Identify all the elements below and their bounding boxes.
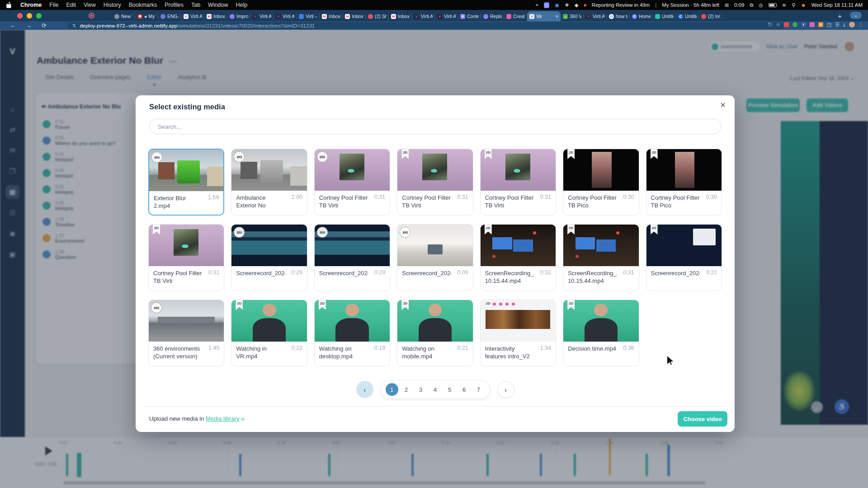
menubar-item-profiles[interactable]: Profiles — [165, 2, 184, 8]
browser-tab[interactable]: Create — [504, 11, 527, 21]
browser-tab-active[interactable]: VVir× — [527, 11, 561, 21]
media-tile[interactable]: 2DScreenRecording_2024 10.15.44.mp40:31 — [563, 224, 639, 291]
menubar-item-history[interactable]: History — [104, 2, 121, 8]
tab-overview-chevron[interactable]: ⌄ — [850, 12, 862, 19]
pagination-next-button[interactable]: › — [497, 381, 514, 398]
media-tile[interactable]: 2DWatching in VR.mp40:22 — [231, 300, 307, 366]
pagination-prev-button[interactable]: ‹ — [356, 381, 373, 398]
extension-icon[interactable]: f — [801, 22, 806, 27]
browser-tab[interactable]: ▲360 Vi — [561, 11, 584, 21]
record-status-icon[interactable]: ◎ — [759, 2, 763, 8]
browser-tab[interactable]: Ghow to — [607, 11, 630, 21]
zoom-app-icon[interactable]: ◉ — [555, 2, 559, 8]
menubar-item-window[interactable]: Window — [208, 2, 228, 8]
forward-button[interactable]: → — [26, 22, 32, 29]
extension-icon[interactable] — [784, 22, 789, 27]
apple-menu-icon[interactable] — [6, 2, 12, 8]
pagination-page-3[interactable]: 3 — [415, 383, 427, 396]
browser-tab[interactable]: MInbox ( — [204, 11, 227, 21]
browser-tab[interactable]: ✕Conten — [458, 11, 481, 21]
recording-indicator-icon[interactable] — [89, 13, 94, 19]
media-tile[interactable]: 2DCortney Pool Filter TB Virti Player.mp… — [480, 149, 556, 216]
media-tile[interactable]: 2DDecision time.mp40:36 — [563, 300, 639, 366]
media-tile[interactable]: 360Ambulance Exterior No Blur.mp42:00 — [231, 149, 307, 216]
stack-icon[interactable]: ❖ — [565, 2, 569, 8]
browser-tab[interactable]: (2) Sha — [366, 11, 389, 21]
extension-icon[interactable] — [793, 22, 797, 27]
search-input[interactable] — [149, 119, 721, 134]
close-window-button[interactable] — [17, 13, 23, 19]
menubar-item-view[interactable]: View — [84, 2, 96, 8]
browser-tab[interactable]: VVirti Ad — [435, 11, 458, 21]
copy-icon[interactable]: ⧉ — [750, 2, 754, 8]
menubar-item-edit[interactable]: Edit — [66, 2, 76, 8]
user-switcher-icon[interactable]: ☻ — [801, 2, 806, 8]
browser-tab[interactable]: VVirti Ad — [181, 11, 204, 21]
media-tile[interactable]: 360Screenrecord_20240820:29 — [314, 224, 390, 291]
menubar-reporting-text[interactable]: Reporting Review in 49m — [592, 2, 650, 8]
grid-status-icon[interactable]: ⊞ — [725, 2, 729, 8]
menubar-item-tab[interactable]: Tab — [191, 2, 200, 8]
fullscreen-window-button[interactable] — [36, 13, 42, 19]
reading-list-icon[interactable]: ☰ — [835, 22, 840, 28]
menubar-item-help[interactable]: Help — [236, 2, 248, 8]
media-tile[interactable]: 360Screenrecord_20240820:09 — [397, 224, 473, 291]
extensions-puzzle-icon[interactable]: ◳ — [827, 22, 831, 28]
menubar-item-chrome[interactable]: Chrome — [20, 2, 42, 8]
menubar-clock[interactable]: Wed Sep 18 11:11 AM — [811, 2, 863, 8]
media-tile[interactable]: 360360 environments (Current version)1:4… — [148, 300, 224, 366]
browser-tab[interactable]: Untitle — [653, 11, 676, 21]
pagination-page-7[interactable]: 7 — [472, 383, 485, 396]
browser-tab[interactable]: Virti – C — [297, 11, 320, 21]
pagination-page-6[interactable]: 6 — [458, 383, 471, 396]
browser-tab[interactable]: (2) Inte — [699, 11, 722, 21]
pagination-page-1[interactable]: 1 — [386, 383, 398, 396]
reload-button[interactable]: ⟳ — [42, 22, 47, 29]
menubar-session-text[interactable]: My Session · 5h 48m left — [662, 2, 719, 8]
browser-tab[interactable]: MInbox ( — [343, 11, 366, 21]
browser-tab[interactable]: VVirti Ad — [274, 11, 297, 21]
browser-tab[interactable]: VVirti Ad — [250, 11, 274, 21]
browser-tab[interactable]: MInbox ( — [320, 11, 343, 21]
pagination-page-5[interactable]: 5 — [443, 383, 456, 396]
close-icon[interactable]: × — [720, 100, 726, 110]
browser-tab[interactable]: ✱● My t — [135, 11, 158, 21]
browser-tab[interactable]: New Ta — [112, 11, 135, 21]
browser-tab[interactable]: VVirti Ad — [584, 11, 607, 21]
pagination-page-4[interactable]: 4 — [429, 383, 442, 396]
media-tile[interactable]: 2DWatching on mobile.mp40:21 — [397, 300, 473, 366]
bookmark-star-icon[interactable]: ☆ — [776, 22, 780, 28]
media-tile[interactable]: 2DScreenrecord_20240820:22 — [646, 224, 722, 291]
menubar-item-bookmarks[interactable]: Bookmarks — [129, 2, 157, 8]
media-tile[interactable]: 2DCortney Pool Filter TB Pico Player.mp4… — [646, 149, 722, 216]
wifi-icon[interactable]: ≋ — [782, 2, 786, 8]
media-tile[interactable]: 2DCortney Pool Filter TB Pico Player.mp4… — [563, 149, 639, 216]
site-settings-icon[interactable]: ⇅ — [72, 23, 76, 28]
browser-tab[interactable]: Improv — [227, 11, 250, 21]
share-icon[interactable]: ⎋ — [768, 22, 772, 28]
record-dot-icon[interactable]: ⏺ — [584, 2, 586, 8]
microphone-icon[interactable]: ⌖ — [535, 2, 538, 8]
browser-tab[interactable]: CHome - — [630, 11, 653, 21]
media-tile[interactable]: 360Screenrecord_20240820:29 — [231, 224, 307, 291]
media-tile[interactable]: 2DScreenRecording_2024 10.15.44.mp40:31 — [480, 224, 556, 291]
browser-tab[interactable]: MInbox ( — [389, 11, 412, 21]
media-tile[interactable]: 2DCortney Pool Filter TB Virti Player.mp… — [397, 149, 473, 216]
downloads-icon[interactable]: ⤓ — [843, 22, 845, 28]
screen-share-icon[interactable]: ⎙ — [544, 2, 550, 8]
media-tile[interactable]: 360Cortney Pool Filter TB Virti Player.m… — [314, 149, 390, 216]
chrome-menu-icon[interactable]: ⋮ — [859, 22, 863, 28]
menubar-item-file[interactable]: File — [49, 2, 58, 8]
url-bar[interactable]: ⇅ deploy-preview-972--virti-admin.netlif… — [68, 22, 784, 29]
new-tab-button[interactable]: + — [838, 12, 842, 20]
extension-icon[interactable]: X — [818, 22, 823, 27]
spotlight-search-icon[interactable]: ⚲ — [792, 2, 795, 8]
minimize-window-button[interactable] — [27, 13, 32, 19]
menubar-timer[interactable]: 0:09 — [734, 2, 744, 8]
pagination-page-2[interactable]: 2 — [400, 383, 413, 396]
shield-icon[interactable]: ◆ — [575, 2, 578, 8]
browser-tab[interactable]: VVirti Ad — [412, 11, 435, 21]
media-tile[interactable]: 2DInteractivity features intro_V21:34 — [480, 300, 556, 366]
media-tile[interactable]: 2DWatching on desktop.mp40:19 — [314, 300, 390, 366]
profile-avatar[interactable] — [849, 22, 855, 28]
